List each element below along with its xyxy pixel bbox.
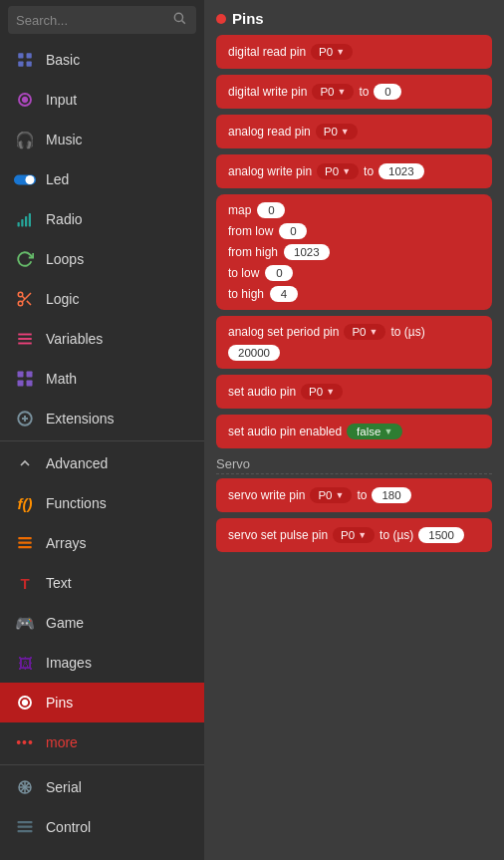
to-high-value[interactable]: 4: [270, 286, 298, 302]
svg-rect-31: [18, 546, 32, 548]
math-icon: [12, 366, 38, 392]
sidebar-item-label: Input: [46, 92, 192, 108]
more-icon: •••: [12, 729, 38, 755]
block-text: digital read pin: [228, 45, 306, 59]
servo-section-title: Servo: [216, 456, 492, 474]
analog-read-block[interactable]: analog read pin P0 ▼: [216, 115, 492, 148]
svg-rect-3: [27, 53, 32, 58]
block-text: servo set pulse pin: [228, 528, 328, 542]
to-low-value[interactable]: 0: [265, 265, 293, 281]
sidebar-item-text[interactable]: T Text: [0, 563, 204, 603]
to-label: to (µs): [390, 325, 424, 339]
sidebar-item-label: Images: [46, 655, 192, 671]
value-input[interactable]: 180: [372, 487, 410, 503]
dropdown-arrow: ▼: [370, 327, 378, 337]
dropdown-arrow: ▼: [336, 47, 345, 57]
sidebar-item-radio[interactable]: Radio: [0, 199, 204, 239]
dropdown-arrow: ▼: [358, 530, 367, 540]
pin-selector[interactable]: P0 ▼: [344, 324, 385, 340]
block-text: set audio pin enabled: [228, 425, 342, 438]
dropdown-arrow: ▼: [383, 427, 392, 436]
pin-selector[interactable]: P0 ▼: [333, 527, 375, 543]
sidebar-item-label: Functions: [46, 495, 192, 511]
toggle-icon: [12, 166, 38, 192]
sidebar-item-images[interactable]: 🖼 Images: [0, 643, 204, 683]
sidebar-item-music[interactable]: 🎧 Music: [0, 120, 204, 159]
sidebar-item-label: Radio: [46, 211, 192, 227]
set-audio-enabled-block[interactable]: set audio pin enabled false ▼: [216, 415, 492, 448]
sidebar-item-control[interactable]: Control: [0, 807, 204, 847]
pin-selector[interactable]: P0 ▼: [310, 487, 352, 503]
sidebar-item-label: Serial: [46, 779, 192, 795]
from-high-value[interactable]: 1023: [284, 244, 330, 260]
svg-rect-29: [18, 537, 32, 539]
analog-set-period-block[interactable]: analog set period pin P0 ▼ to (µs) 20000: [216, 316, 492, 369]
sidebar-item-input[interactable]: Input: [0, 80, 204, 120]
sidebar-item-label: Basic: [46, 52, 192, 68]
sidebar-item-extensions[interactable]: Extensions: [0, 399, 204, 438]
search-input[interactable]: [16, 13, 172, 28]
enabled-selector[interactable]: false ▼: [347, 424, 402, 439]
svg-rect-23: [27, 372, 33, 378]
sidebar-item-label: Logic: [46, 291, 192, 307]
pins-icon: [12, 690, 38, 716]
sidebar: Basic Input 🎧 Music Led: [0, 0, 204, 860]
sidebar-item-basic[interactable]: Basic: [0, 40, 204, 80]
sidebar-item-math[interactable]: Math: [0, 359, 204, 399]
sidebar-item-pins[interactable]: Pins: [0, 683, 204, 722]
sidebar-item-label: Pins: [46, 695, 192, 711]
signal-icon: [12, 206, 38, 232]
pin-selector[interactable]: P0 ▼: [301, 384, 343, 400]
servo-write-block[interactable]: servo write pin P0 ▼ to 180: [216, 478, 492, 512]
analog-write-block[interactable]: analog write pin P0 ▼ to 1023: [216, 154, 492, 188]
sidebar-item-led[interactable]: Led: [0, 159, 204, 199]
sidebar-item-advanced[interactable]: Advanced: [0, 443, 204, 483]
pin-selector[interactable]: P0 ▼: [311, 44, 353, 60]
sidebar-item-label: Arrays: [46, 535, 192, 551]
map-value[interactable]: 0: [257, 202, 285, 218]
value-input[interactable]: 20000: [228, 345, 280, 361]
svg-rect-40: [18, 826, 33, 828]
sidebar-item-label: Text: [46, 575, 192, 591]
value-input[interactable]: 1500: [418, 527, 464, 543]
value-input[interactable]: 0: [374, 84, 401, 100]
svg-rect-24: [18, 381, 24, 387]
svg-line-18: [22, 296, 25, 299]
digital-write-block[interactable]: digital write pin P0 ▼ to 0: [216, 75, 492, 109]
circle-icon: [12, 87, 38, 113]
svg-rect-2: [18, 53, 23, 58]
sidebar-item-label: Led: [46, 171, 192, 187]
pin-selector[interactable]: P0 ▼: [316, 124, 358, 140]
pin-selector[interactable]: P0 ▼: [317, 163, 359, 179]
sidebar-item-more[interactable]: ••• more: [0, 722, 204, 762]
sidebar-item-label: Advanced: [46, 455, 192, 471]
search-bar[interactable]: [8, 6, 196, 34]
sidebar-item-serial[interactable]: Serial: [0, 767, 204, 807]
svg-rect-22: [18, 372, 24, 378]
sidebar-item-arrays[interactable]: Arrays: [0, 523, 204, 563]
digital-read-block[interactable]: digital read pin P0 ▼: [216, 35, 492, 69]
set-audio-pin-block[interactable]: set audio pin P0 ▼: [216, 375, 492, 409]
block-text: set audio pin: [228, 385, 296, 399]
arrays-icon: [12, 530, 38, 556]
pin-selector[interactable]: P0 ▼: [312, 84, 354, 100]
sidebar-item-label: Variables: [46, 331, 192, 347]
sidebar-item-game[interactable]: 🎮 Game: [0, 603, 204, 643]
serial-icon: [12, 774, 38, 800]
svg-line-17: [27, 301, 31, 305]
sidebar-item-functions[interactable]: f() Functions: [0, 483, 204, 523]
to-label: to: [359, 85, 369, 99]
map-block[interactable]: map 0 from low 0 from high 1023 to low 0…: [216, 194, 492, 310]
block-text: digital write pin: [228, 85, 307, 99]
sidebar-item-logic[interactable]: Logic: [0, 279, 204, 319]
svg-rect-12: [25, 216, 27, 227]
from-low-value[interactable]: 0: [279, 223, 307, 239]
servo-set-pulse-block[interactable]: servo set pulse pin P0 ▼ to (µs) 1500: [216, 518, 492, 552]
divider: [0, 440, 204, 441]
sidebar-item-loops[interactable]: Loops: [0, 239, 204, 279]
svg-rect-5: [27, 62, 32, 67]
value-input[interactable]: 1023: [378, 163, 424, 179]
svg-point-14: [18, 292, 23, 297]
sidebar-item-variables[interactable]: Variables: [0, 319, 204, 359]
svg-rect-11: [21, 219, 23, 227]
